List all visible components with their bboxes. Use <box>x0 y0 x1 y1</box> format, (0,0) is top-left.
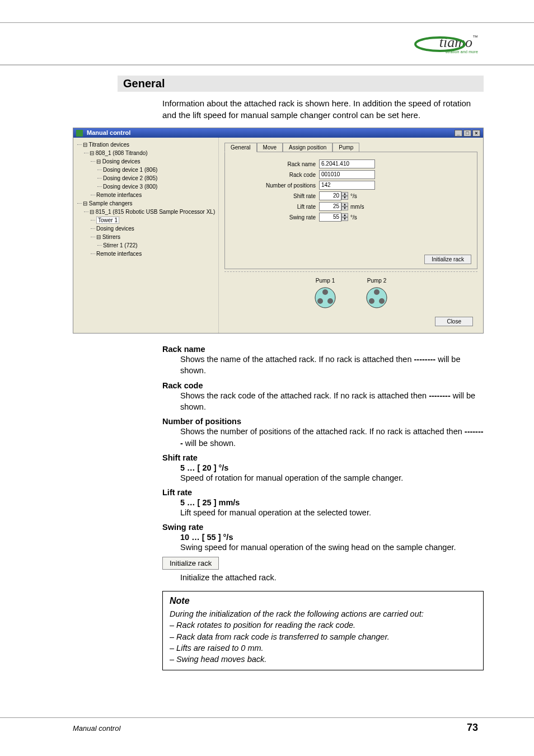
svg-point-5 <box>327 298 333 304</box>
page-number: 73 <box>467 722 478 734</box>
pump-1-icon <box>313 286 337 309</box>
svg-point-7 <box>374 289 380 295</box>
def-rack-name-term: Rack name <box>162 345 484 354</box>
pump-2-label: Pump 2 <box>365 278 388 284</box>
section-heading: General <box>118 76 484 92</box>
num-positions-label: Number of positions <box>232 182 316 189</box>
tree-808-titrando[interactable]: ⊟ 808_1 (808 Titrando) ⊟ Dosing devices … <box>90 149 216 199</box>
def-shift-range: 5 … [ 20 ] °/s <box>180 463 484 472</box>
def-lift-desc: Lift speed for manual operation at the s… <box>180 507 484 518</box>
intro-paragraph: Information about the attached rack is s… <box>162 97 484 121</box>
tree-sample-changers[interactable]: ⊟ Sample changers ⊟ 815_1 (815 Robotic U… <box>83 199 216 258</box>
tree-stirrers[interactable]: ⊟ Stirrers Stirrer 1 (722) <box>96 233 216 250</box>
pump-2-widget[interactable]: Pump 2 <box>365 278 388 311</box>
minimize-button[interactable]: _ <box>455 130 462 137</box>
def-swing-term: Swing rate <box>162 523 484 532</box>
rack-name-field: 6.2041.410 <box>319 159 375 168</box>
shift-up-button[interactable]: ▲ <box>341 192 348 196</box>
pump-2-icon <box>365 286 388 309</box>
def-init-button-image: Initialize rack <box>162 557 219 570</box>
def-swing-desc: Swing speed for manual operation of the … <box>180 542 484 553</box>
def-shift-term: Shift rate <box>162 453 484 462</box>
def-init-desc: Initialize the attached rack. <box>180 572 484 583</box>
swing-down-button[interactable]: ▼ <box>341 217 348 221</box>
pump-1-widget[interactable]: Pump 1 <box>313 278 337 311</box>
note-heading: Note <box>170 596 476 606</box>
window-controls: _□× <box>453 129 480 137</box>
note-line-intro: During the initialization of the rack th… <box>170 608 476 619</box>
note-box: Note During the initialization of the ra… <box>162 591 484 670</box>
tab-assign-position[interactable]: Assign position <box>283 143 332 152</box>
brand-logo: tiamo™ titration and more <box>411 31 478 54</box>
tab-general-panel: Rack name 6.2041.410 Rack code 001010 Nu… <box>224 152 477 269</box>
manual-control-window: Manual control _□× ⊟ Titration devices ⊟… <box>73 128 484 334</box>
lift-rate-label: Lift rate <box>232 204 316 210</box>
tree-stirrer-722[interactable]: Stirrer 1 (722) <box>103 241 216 250</box>
tab-general[interactable]: General <box>224 143 257 152</box>
close-window-button[interactable]: × <box>472 130 480 137</box>
header-separator <box>0 64 534 65</box>
device-tree: ⊟ Titration devices ⊟ 808_1 (808 Titrand… <box>73 138 219 333</box>
page-footer: Manual control 73 <box>73 722 478 734</box>
def-lift-term: Lift rate <box>162 488 484 497</box>
initialize-rack-button[interactable]: Initialize rack <box>424 255 471 264</box>
shift-rate-input[interactable]: 20 <box>319 191 341 200</box>
tab-strip: General Move Assign position Pump <box>224 142 477 152</box>
footer-rule <box>0 717 534 718</box>
def-rack-code-desc: Shows the rack code of the attached rack… <box>180 390 484 413</box>
shift-down-button[interactable]: ▼ <box>341 196 348 200</box>
swing-rate-input[interactable]: 55 <box>319 213 341 222</box>
tree-remote-interfaces-1[interactable]: Remote interfaces <box>96 191 216 199</box>
def-rack-code-term: Rack code <box>162 381 484 390</box>
tree-dosing-805[interactable]: Dosing device 2 (805) <box>103 174 216 182</box>
lift-down-button[interactable]: ▼ <box>341 206 348 210</box>
close-button[interactable]: Close <box>435 317 473 326</box>
lift-rate-unit: mm/s <box>350 204 364 210</box>
tab-pump[interactable]: Pump <box>332 143 359 152</box>
tree-dosing-806[interactable]: Dosing device 1 (806) <box>103 166 216 174</box>
swing-up-button[interactable]: ▲ <box>341 213 348 217</box>
tree-tower-1[interactable]: Tower 1 <box>96 216 216 224</box>
svg-point-8 <box>369 298 374 304</box>
tab-move[interactable]: Move <box>257 143 283 152</box>
num-positions-field: 142 <box>319 181 375 190</box>
svg-point-4 <box>317 298 323 304</box>
swing-rate-unit: °/s <box>350 214 357 220</box>
svg-point-9 <box>379 298 385 304</box>
pump-1-label: Pump 1 <box>313 278 337 284</box>
lift-rate-input[interactable]: 25 <box>319 202 341 211</box>
note-bullet-3: – Lifts are raised to 0 mm. <box>170 642 476 654</box>
window-title-text: Manual control <box>87 129 130 136</box>
lift-up-button[interactable]: ▲ <box>341 203 348 206</box>
window-titlebar: Manual control _□× <box>73 128 483 138</box>
page-top-rule <box>0 22 534 23</box>
note-bullet-1: – Rack rotates to position for reading t… <box>170 619 476 631</box>
tree-dosing-devices-1[interactable]: ⊟ Dosing devices Dosing device 1 (806) D… <box>96 157 216 191</box>
def-rack-name-desc: Shows the name of the attached rack. If … <box>180 354 484 377</box>
definitions-block: Rack name Shows the name of the attached… <box>162 345 484 583</box>
rack-code-label: Rack code <box>232 172 316 178</box>
shift-rate-label: Shift rate <box>232 193 316 199</box>
tree-dosing-devices-2[interactable]: Dosing devices <box>96 224 216 233</box>
note-bullet-2: – Rack data from rack code is transferre… <box>170 631 476 642</box>
tree-remote-interfaces-2[interactable]: Remote interfaces <box>96 250 216 258</box>
def-swing-range: 10 … [ 55 ] °/s <box>180 533 484 542</box>
maximize-button[interactable]: □ <box>463 130 471 137</box>
note-bullet-4: – Swing head moves back. <box>170 654 476 665</box>
swing-rate-label: Swing rate <box>232 214 316 220</box>
def-shift-desc: Speed of rotation for manual operation o… <box>180 472 484 483</box>
def-num-pos-desc: Shows the number of positions of the att… <box>180 426 484 449</box>
tree-titration-devices[interactable]: ⊟ Titration devices ⊟ 808_1 (808 Titrand… <box>83 140 216 199</box>
def-num-pos-term: Number of positions <box>162 417 484 426</box>
tree-dosing-800[interactable]: Dosing device 3 (800) <box>103 182 216 191</box>
def-lift-range: 5 … [ 25 ] mm/s <box>180 498 484 507</box>
tree-815-robotic[interactable]: ⊟ 815_1 (815 Robotic USB Sample Processo… <box>90 208 216 258</box>
window-icon <box>76 130 83 137</box>
shift-rate-unit: °/s <box>350 193 357 199</box>
svg-point-3 <box>322 289 328 295</box>
pump-section: Pump 1 Pump 2 <box>224 271 477 314</box>
rack-name-label: Rack name <box>232 161 316 167</box>
footer-title: Manual control <box>73 724 120 732</box>
rack-code-field: 001010 <box>319 170 375 179</box>
